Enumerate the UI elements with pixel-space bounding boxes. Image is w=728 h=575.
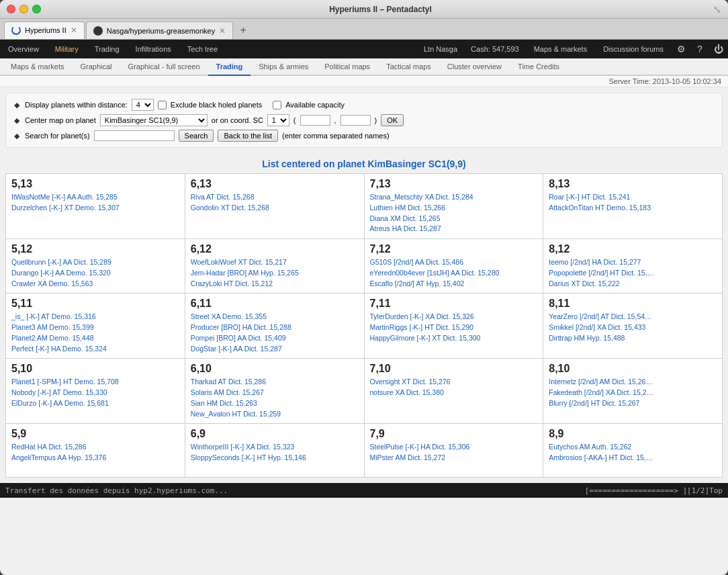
- ok-button[interactable]: OK: [381, 114, 404, 126]
- planet-cell: 8,12teemo [/2nd/] HA Dict. 15,277Popopol…: [543, 239, 723, 294]
- nav-overview[interactable]: Overview: [0, 40, 47, 58]
- planet-entry[interactable]: New_Avalon HT Dict. 15,259: [191, 409, 359, 420]
- tab-cluster-overview[interactable]: Cluster overview: [439, 58, 510, 76]
- planet-entry[interactable]: Darius XT Dict. 15,222: [549, 279, 717, 290]
- nav-maps-markets[interactable]: Maps & markets: [526, 40, 595, 58]
- nav-trading[interactable]: Trading: [87, 40, 128, 58]
- planet-cell: 7,11TylerDurden [-K-] XA Dict. 15,326Mar…: [365, 294, 544, 359]
- tab-political-maps[interactable]: Political maps: [316, 58, 378, 76]
- planet-entry[interactable]: CrazyLoki HT Dict. 15,212: [191, 279, 359, 290]
- planet-entry[interactable]: Fakedeath [/2nd/] XA Dict. 15,2…: [549, 388, 717, 398]
- planet-entry[interactable]: MartinRiggs [-K-] HT Dict. 15,290: [370, 322, 538, 333]
- planet-cell: 5,9RedHat HA Dict. 15,286AngeliTempus AA…: [6, 424, 185, 478]
- coord-sc-select[interactable]: 1: [267, 114, 289, 126]
- planet-entry[interactable]: teemo [/2nd/] HA Dict. 15,277: [549, 257, 717, 268]
- capacity-checkbox[interactable]: [273, 101, 281, 109]
- tab-tactical-maps[interactable]: Tactical maps: [378, 58, 439, 76]
- planet-entry[interactable]: Planet2 AM Demo. 15,448: [11, 333, 179, 344]
- search-input[interactable]: [94, 130, 175, 141]
- planet-entry[interactable]: Oversight XT Dict. 15,276: [370, 377, 538, 388]
- planet-entry[interactable]: Dirttrap HM Hyp. 15,488: [549, 333, 717, 344]
- tab-trading[interactable]: Trading: [208, 58, 251, 76]
- tab-close-nasga[interactable]: ✕: [219, 26, 226, 36]
- center-planet-select[interactable]: KimBasinger SC1(9,9): [100, 114, 208, 126]
- nav-techtree[interactable]: Tech tree: [179, 40, 226, 58]
- planet-entry[interactable]: WoefLokiWoef XT Dict. 15,217: [191, 257, 359, 268]
- planet-entry[interactable]: Pompei [BRO] AA Dict. 15,409: [191, 333, 359, 344]
- browser-tab-hyperiums[interactable]: Hyperiums II ✕: [4, 21, 85, 39]
- search-button[interactable]: Search: [179, 130, 214, 142]
- distance-select[interactable]: 4 3 5: [132, 99, 154, 111]
- planet-entry[interactable]: MiPster AM Dict. 15,272: [370, 453, 538, 463]
- planet-entry[interactable]: Quellbrunn [-K-] AA Dict. 15,289: [11, 257, 179, 268]
- nav-military[interactable]: Military: [47, 40, 87, 58]
- planet-entry[interactable]: Strana_Metschty XA Dict. 15,284: [370, 192, 538, 203]
- planet-entry[interactable]: Planet3 AM Demo. 15,399: [11, 322, 179, 333]
- planet-entry[interactable]: SteelPulse [-K-] HA Dict. 15,306: [370, 442, 538, 453]
- nav-settings-icon[interactable]: ⚙: [672, 40, 690, 58]
- planet-entry[interactable]: Solaris AM Dict. 15,267: [191, 388, 359, 398]
- coord-x-input[interactable]: [300, 115, 330, 126]
- planet-entry[interactable]: Durzelchen [-K-] XT Demo. 15,307: [11, 203, 179, 214]
- planet-entry[interactable]: TylerDurden [-K-] XA Dict. 15,326: [370, 312, 538, 322]
- planet-entry[interactable]: Crawler XA Demo. 15,563: [11, 279, 179, 290]
- nav-power-icon[interactable]: ⏻: [709, 40, 728, 58]
- planet-entry[interactable]: notsure XA Dict. 15,380: [370, 388, 538, 398]
- planet-entry[interactable]: RedHat HA Dict. 15,286: [11, 442, 179, 453]
- planet-entry[interactable]: Roar [-K-] HT Dict. 15,241: [549, 192, 717, 203]
- planet-entry[interactable]: Jem-Hadar [BRO] AM Hyp. 15,265: [191, 268, 359, 279]
- planet-entry[interactable]: AngeliTempus AA Hyp. 15,376: [11, 453, 179, 463]
- planet-entry[interactable]: Sian HM Dict. 15,263: [191, 398, 359, 409]
- planet-entry[interactable]: Atreus HA Dict. 15,287: [370, 224, 538, 234]
- tab-time-credits[interactable]: Time Credits: [510, 58, 567, 76]
- planet-entry[interactable]: Luthien HM Dict. 15,266: [370, 203, 538, 214]
- planet-entry[interactable]: Gondolin XT Dict. 15,268: [191, 203, 359, 214]
- planet-cell: 8,13Roar [-K-] HT Dict. 15,241AttackOnTi…: [543, 174, 723, 239]
- planet-entry[interactable]: HappyGilmore [-K-] XT Dict. 15,300: [370, 333, 538, 344]
- back-to-list-button[interactable]: Back to the list: [218, 130, 278, 142]
- planet-entry[interactable]: Riva AT Dict. 15,268: [191, 192, 359, 203]
- planet-entry[interactable]: Blurry [/2nd/] HT Dict. 15,267: [549, 398, 717, 409]
- exclude-checkbox[interactable]: [158, 101, 167, 109]
- maximize-button[interactable]: [32, 5, 41, 13]
- planet-entry[interactable]: Tharkad AT Dict. 15,286: [191, 377, 359, 388]
- planet-entry[interactable]: YearZero [/2nd/] AT Dict. 15,54…: [549, 312, 717, 322]
- capacity-label[interactable]: Available capacity: [273, 101, 345, 109]
- coord-y-input[interactable]: [340, 115, 371, 126]
- planet-entry[interactable]: Diana XM Dict. 15,265: [370, 214, 538, 224]
- planet-entry[interactable]: ItWasNotMe [-K-] AA Auth. 15,285: [11, 192, 179, 203]
- tab-ships-armies[interactable]: Ships & armies: [251, 58, 316, 76]
- minimize-button[interactable]: [19, 5, 28, 13]
- planet-entry[interactable]: ElDurzo [-K-] AA Demo. 15,681: [11, 398, 179, 409]
- planet-entry[interactable]: Popopolette [/2nd/] HT Dict. 15,…: [549, 268, 717, 279]
- planet-entry[interactable]: Nobody [-K-] AT Demo. 15,330: [11, 388, 179, 398]
- planet-entry[interactable]: Internetz [/2nd/] AM Dict. 15,26…: [549, 377, 717, 388]
- planet-entry[interactable]: AttackOnTitan HT Demo. 15,183: [549, 203, 717, 214]
- planet-entry[interactable]: eYeredn00b4ever [1stJH] AA Dict. 15,280: [370, 268, 538, 279]
- nav-infiltrations[interactable]: Infiltrations: [128, 40, 179, 58]
- close-button[interactable]: [7, 5, 15, 13]
- nav-help-icon[interactable]: ?: [690, 40, 709, 58]
- planet-entry[interactable]: Escaflo [/2nd/] AT Hyp. 15,402: [370, 279, 538, 290]
- planet-entry[interactable]: SloppySeconds [-K-] HT Hyp. 15,146: [191, 453, 359, 463]
- planet-entry[interactable]: Ambrosios [-AKA-] HT Dict. 15,…: [549, 453, 717, 463]
- planet-entry[interactable]: DogStar [-K-] AA Dict. 15,287: [191, 344, 359, 355]
- tab-graphical[interactable]: Graphical: [72, 58, 120, 76]
- exclude-label[interactable]: Exclude black holed planets: [158, 101, 262, 109]
- planet-entry[interactable]: G510S [/2nd/] AA Dict. 15,486: [370, 257, 538, 268]
- planet-entry[interactable]: Producer [BRO] HA Dict. 15,288: [191, 322, 359, 333]
- tab-maps-markets[interactable]: Maps & markets: [3, 58, 72, 76]
- planet-entry[interactable]: Street XA Demo. 15,355: [191, 312, 359, 322]
- planet-entry[interactable]: _is_ [-K-] AT Demo. 15,316: [11, 312, 179, 322]
- planet-entry[interactable]: WinthorpeIII [-K-] XA Dict. 15,323: [191, 442, 359, 453]
- nav-discussion[interactable]: Discussion forums: [595, 40, 672, 58]
- planet-entry[interactable]: Durango [-K-] AA Demo. 15,320: [11, 268, 179, 279]
- tab-graphical-fullscreen[interactable]: Graphical - full screen: [120, 58, 208, 76]
- browser-tab-nasga[interactable]: Nasga/hyperiums-greasemonkey ✕: [86, 21, 233, 39]
- tab-close-hyperiums[interactable]: ✕: [71, 26, 77, 35]
- planet-entry[interactable]: Perfect [-K-] HA Demo. 15,324: [11, 344, 179, 355]
- new-tab-button[interactable]: +: [234, 21, 252, 39]
- planet-entry[interactable]: Eutychos AM Auth. 15,262: [549, 442, 717, 453]
- planet-entry[interactable]: Planet1 [-SPM-] HT Demo. 15,708: [11, 377, 179, 388]
- planet-entry[interactable]: Smikkel [/2nd/] XA Dict. 15,433: [549, 322, 717, 333]
